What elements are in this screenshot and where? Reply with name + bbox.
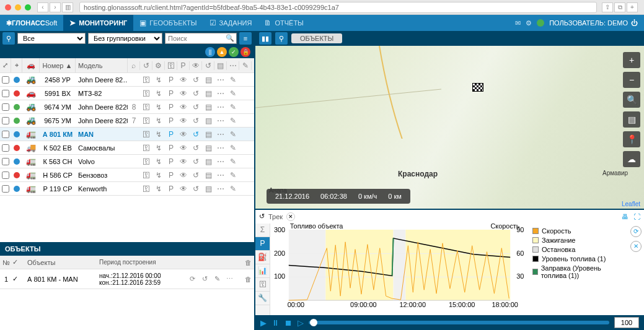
map-tool-button[interactable]: 🔍 <box>623 92 640 108</box>
row-checkbox[interactable] <box>2 76 9 84</box>
map-attribution[interactable]: Leaflet <box>622 201 640 207</box>
obj-col-check-icon[interactable]: ✓ <box>12 258 25 266</box>
row-action-icon[interactable]: ▤ <box>202 114 214 127</box>
row-action-icon[interactable]: ▤ <box>202 128 214 141</box>
tab-monitoring[interactable]: ➤МОНИТОРИНГ <box>63 15 133 31</box>
track-sidebar-item[interactable]: P <box>255 237 270 251</box>
row-action-icon[interactable]: ⋯ <box>214 87 227 100</box>
row-action-icon[interactable]: ✎ <box>227 87 239 100</box>
number-col-header[interactable]: Номер ▲ <box>40 58 76 72</box>
vehicle-row[interactable]: 🚛 Н 586 СР Бензовоз ⚿ ↯ P👁↺▤⋯✎ <box>0 168 254 182</box>
minimize-window-icon[interactable] <box>15 4 21 11</box>
back-button[interactable]: ‹ <box>37 2 48 12</box>
obj-row-action-icon[interactable]: ⟳ <box>186 275 198 283</box>
vehicle-row[interactable]: 🚗 5991 BX МТЗ-82 ⚿ ↯ P👁↺▤⋯✎ <box>0 87 254 100</box>
expand-col-icon[interactable]: ⤢ <box>0 58 11 72</box>
obj-row-action-icon[interactable]: ↺ <box>198 275 211 283</box>
object-row[interactable]: 1 ✓ А 801 КМ - MAN нач.:21.12.2016 00:00… <box>0 269 254 289</box>
map-tool-button[interactable]: ☁ <box>623 151 640 167</box>
track-sidebar-item[interactable]: 🔧 <box>255 292 270 305</box>
map-objects-badge[interactable]: ОБЪЕКТЫ <box>291 33 342 43</box>
row-action-icon[interactable]: P <box>165 141 177 154</box>
signal-icon[interactable]: ↯ <box>152 141 165 154</box>
row-action-icon[interactable]: P <box>165 182 177 195</box>
column-action-icon[interactable]: ↺ <box>202 61 214 70</box>
row-checkbox[interactable] <box>2 158 9 165</box>
signal-icon[interactable]: ↯ <box>152 114 165 127</box>
row-action-icon[interactable]: ↺ <box>190 114 202 127</box>
row-action-icon[interactable]: ↺ <box>190 141 202 154</box>
tab-reports[interactable]: 🗎ОТЧЁТЫ <box>258 15 309 31</box>
legend-item[interactable]: Остановка <box>532 246 624 253</box>
row-action-icon[interactable]: P <box>165 155 177 168</box>
play-icon[interactable]: ▶ <box>260 318 267 328</box>
row-action-icon[interactable]: ⋯ <box>214 155 227 168</box>
tab-tasks[interactable]: ☑ЗАДАНИЯ <box>203 15 258 31</box>
key-icon[interactable]: ⚿ <box>140 87 152 100</box>
bars-icon[interactable]: ≡ <box>239 32 252 45</box>
track-sidebar-item[interactable]: 📊 <box>255 264 270 278</box>
row-action-icon[interactable]: ⋯ <box>214 141 227 154</box>
forward-button[interactable]: › <box>50 2 61 12</box>
obj-row-trash-icon[interactable]: 🗑 <box>242 276 254 283</box>
tab-geoobjects[interactable]: ▣ГЕООБЪЕКТЫ <box>133 15 203 31</box>
row-action-icon[interactable]: ↺ <box>190 87 202 100</box>
settings-icon[interactable]: ⚙ <box>526 19 532 27</box>
signal-icon[interactable]: ↯ <box>152 168 165 181</box>
row-action-icon[interactable]: 👁 <box>177 168 190 181</box>
row-action-icon[interactable]: ✎ <box>227 114 239 127</box>
column-action-icon[interactable]: 👁 <box>190 61 202 70</box>
row-action-icon[interactable]: P <box>165 100 177 113</box>
row-action-icon[interactable]: ▤ <box>202 100 214 113</box>
url-field[interactable] <box>79 2 597 13</box>
vehicle-row[interactable]: 🚜 2458 УР John Deere 82… ⚿ ↯ P👁↺▤⋯✎ <box>0 73 254 87</box>
status-chip-icon[interactable]: || <box>205 47 215 57</box>
row-action-icon[interactable]: P <box>165 73 177 86</box>
signal-icon[interactable]: ↯ <box>152 100 165 113</box>
tabs-button[interactable]: ⧉ <box>614 2 625 12</box>
skip-icon[interactable]: ▷ <box>298 318 304 328</box>
row-action-icon[interactable]: ⋯ <box>214 100 227 113</box>
map-tool-button[interactable]: + <box>623 52 640 68</box>
mail-icon[interactable]: ✉ <box>515 19 521 27</box>
row-action-icon[interactable]: ✎ <box>227 128 239 141</box>
row-action-icon[interactable]: 👁 <box>177 182 190 195</box>
column-action-icon[interactable]: ✎ <box>239 61 252 70</box>
key-icon[interactable]: ⚿ <box>140 114 152 127</box>
share-button[interactable]: ⇪ <box>602 2 613 12</box>
row-action-icon[interactable]: ⋯ <box>214 114 227 127</box>
vehicle-row[interactable]: 🚛 А 801 КМ MAN ⚿ ↯ P👁↺▤⋯✎ <box>0 128 254 141</box>
type-col-icon[interactable]: 🚗 <box>22 58 40 72</box>
maximize-window-icon[interactable] <box>25 4 31 11</box>
row-action-icon[interactable]: 👁 <box>177 87 190 100</box>
row-action-icon[interactable]: 👁 <box>177 73 190 86</box>
column-action-icon[interactable]: ▤ <box>214 61 227 70</box>
row-action-icon[interactable]: ⋯ <box>214 168 227 181</box>
row-action-icon[interactable]: ⋯ <box>214 128 227 141</box>
map-bars-icon[interactable]: ▮▮ <box>259 32 271 45</box>
chart-clear-icon[interactable]: ✕ <box>630 241 642 252</box>
map[interactable]: Краснодар Анапа Армавир 21.12.2016 06:02… <box>255 46 644 209</box>
target-col-icon[interactable]: ⌖ <box>11 58 22 72</box>
vehicle-row[interactable]: 🚛 К 563 СН Volvo ⚿ ↯ P👁↺▤⋯✎ <box>0 155 254 168</box>
obj-row-action-icon[interactable]: ⋯ <box>223 275 236 283</box>
legend-item[interactable]: Скорость <box>532 227 624 235</box>
signal-icon[interactable]: ↯ <box>152 87 165 100</box>
row-checkbox[interactable] <box>2 90 9 97</box>
playback-slider[interactable] <box>309 321 609 324</box>
row-action-icon[interactable]: P <box>165 128 177 141</box>
row-action-icon[interactable]: 👁 <box>177 114 190 127</box>
new-tab-button[interactable]: + <box>627 2 638 12</box>
row-action-icon[interactable]: ▤ <box>202 168 214 181</box>
user-menu-button[interactable]: ПОЛЬЗОВАТЕЛЬ: DEMO ⏻ <box>549 19 638 27</box>
signal-icon[interactable]: ↯ <box>152 128 165 141</box>
column-action-icon[interactable]: ⌕ <box>128 61 140 70</box>
status-chip-icon[interactable]: ▲ <box>217 47 227 57</box>
row-checkbox[interactable] <box>2 185 9 193</box>
track-sidebar-item[interactable]: ⛽ <box>255 251 270 264</box>
signal-icon[interactable]: ↯ <box>152 155 165 168</box>
grouping-select[interactable]: Без группировки <box>88 33 162 44</box>
signal-icon[interactable]: ↯ <box>152 182 165 195</box>
column-action-icon[interactable]: ⚙ <box>152 61 165 70</box>
legend-item[interactable]: Уровень топлива (1) <box>532 255 624 263</box>
